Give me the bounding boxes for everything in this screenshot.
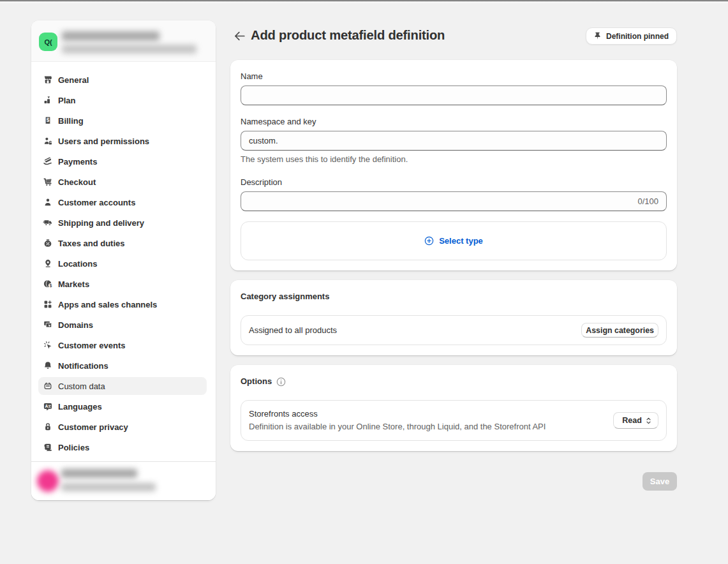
svg-text:$: $ (50, 283, 52, 288)
svg-text:$: $ (47, 117, 50, 123)
svg-text:A: A (45, 404, 48, 408)
